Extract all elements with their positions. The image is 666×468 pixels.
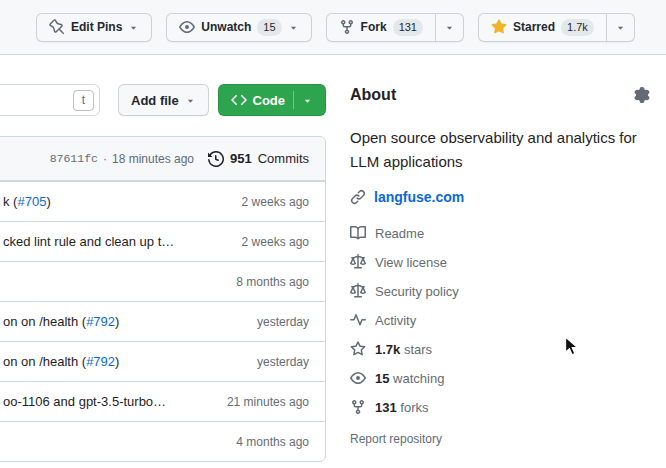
commit-date: 21 minutes ago: [227, 395, 309, 409]
commit-time: 18 minutes ago: [112, 152, 194, 166]
about-section: About Open source observability and anal…: [350, 86, 650, 446]
link-icon: [350, 189, 366, 205]
latest-commit-meta: 87611fc · 18 minutes ago: [50, 152, 194, 166]
commit-date: yesterday: [257, 355, 309, 369]
readme-link[interactable]: Readme: [350, 225, 650, 241]
commit-message: on on /health (#792): [3, 354, 245, 369]
fork-label: Fork: [361, 21, 387, 33]
watch-count-badge: 15: [257, 19, 281, 36]
file-row[interactable]: oo-1106 and gpt-3.5-turbo… 21 minutes ag…: [0, 381, 325, 421]
add-file-label: Add file: [131, 94, 179, 107]
law-icon: [350, 254, 366, 270]
file-list-panel: 87611fc · 18 minutes ago 951 Commits k (…: [0, 136, 326, 462]
repo-fork-icon: [339, 19, 355, 35]
fork-button-group: Fork 131: [326, 13, 464, 42]
book-icon: [350, 225, 366, 241]
star-count-badge: 1.7k: [561, 19, 594, 36]
chevron-down-icon: [444, 22, 455, 33]
latest-commit-bar: 87611fc · 18 minutes ago 951 Commits: [0, 137, 325, 181]
gear-icon[interactable]: [634, 87, 650, 103]
edit-pins-button[interactable]: Edit Pins: [36, 13, 152, 42]
chevron-down-icon: [302, 95, 313, 106]
fork-count-badge: 131: [393, 19, 423, 36]
eye-icon: [179, 19, 195, 35]
star-icon: [350, 341, 366, 357]
commit-date: 4 months ago: [236, 435, 309, 449]
stars-stat[interactable]: 1.7k stars: [350, 341, 650, 357]
website-link[interactable]: langfuse.com: [374, 189, 464, 205]
pulse-icon: [350, 312, 366, 328]
commit-date: yesterday: [257, 315, 309, 329]
file-row[interactable]: cked lint rule and clean up t… 2 weeks a…: [0, 221, 325, 261]
file-row[interactable]: on on /health (#792) yesterday: [0, 341, 325, 381]
button-divider: [293, 91, 294, 109]
commit-message: cked lint rule and clean up t…: [3, 234, 230, 249]
commits-count: 951: [230, 151, 252, 166]
repo-action-bar: Edit Pins Unwatch 15 Fork 131 Starred 1.: [0, 0, 666, 55]
file-row[interactable]: 8 months ago: [0, 261, 325, 301]
star-button-group: Starred 1.7k: [478, 13, 635, 42]
code-button[interactable]: Code: [218, 84, 327, 116]
security-policy-link[interactable]: Security policy: [350, 283, 650, 299]
about-header: About: [350, 86, 650, 104]
file-row[interactable]: k (#705) 2 weeks ago: [0, 181, 325, 221]
pin-icon: [49, 19, 65, 35]
commits-link[interactable]: 951 Commits: [208, 151, 309, 167]
fork-button[interactable]: Fork 131: [326, 13, 436, 42]
code-label: Code: [253, 94, 286, 107]
starred-dropdown-button[interactable]: [606, 13, 635, 42]
website-row: langfuse.com: [350, 189, 650, 205]
unwatch-button[interactable]: Unwatch 15: [166, 13, 311, 42]
commit-message: on on /health (#792): [3, 314, 245, 329]
edit-pins-label: Edit Pins: [71, 21, 122, 33]
about-title: About: [350, 86, 396, 104]
watching-stat[interactable]: 15 watching: [350, 370, 650, 386]
starred-button[interactable]: Starred 1.7k: [478, 13, 607, 42]
issue-link[interactable]: #792: [86, 314, 115, 329]
starred-label: Starred: [513, 21, 555, 33]
commit-date: 8 months ago: [236, 275, 309, 289]
commit-sha[interactable]: 87611fc: [50, 152, 98, 165]
repo-description: Open source observability and analytics …: [350, 126, 650, 174]
commit-message: oo-1106 and gpt-3.5-turbo…: [3, 394, 215, 409]
law-icon: [350, 283, 366, 299]
github-repo-page: Edit Pins Unwatch 15 Fork 131 Starred 1.: [0, 0, 666, 468]
file-row[interactable]: 4 months ago: [0, 421, 325, 461]
go-to-file-input[interactable]: t: [0, 84, 100, 116]
commit-message: k (#705): [3, 194, 230, 209]
repo-fork-icon: [350, 399, 366, 415]
issue-link[interactable]: #792: [86, 354, 115, 369]
commit-date: 2 weeks ago: [242, 235, 309, 249]
forks-stat[interactable]: 131 forks: [350, 399, 650, 415]
commit-date: 2 weeks ago: [242, 195, 309, 209]
add-file-button[interactable]: Add file: [118, 84, 209, 116]
dot-separator: ·: [103, 152, 107, 166]
report-repository-link[interactable]: Report repository: [350, 432, 650, 446]
star-icon: [491, 19, 507, 35]
chevron-down-icon: [288, 22, 299, 33]
license-link[interactable]: View license: [350, 254, 650, 270]
chevron-down-icon: [128, 22, 139, 33]
file-row[interactable]: on on /health (#792) yesterday: [0, 301, 325, 341]
t-key-hint: t: [73, 90, 94, 111]
chevron-down-icon: [185, 95, 196, 106]
unwatch-label: Unwatch: [201, 21, 251, 33]
chevron-down-icon: [615, 22, 626, 33]
eye-icon: [350, 370, 366, 386]
code-icon: [231, 92, 247, 108]
activity-link[interactable]: Activity: [350, 312, 650, 328]
file-toolbar: t Add file Code: [0, 84, 326, 116]
history-icon: [208, 151, 224, 167]
issue-link[interactable]: #705: [17, 194, 46, 209]
fork-dropdown-button[interactable]: [435, 13, 464, 42]
commits-label: Commits: [258, 151, 309, 166]
